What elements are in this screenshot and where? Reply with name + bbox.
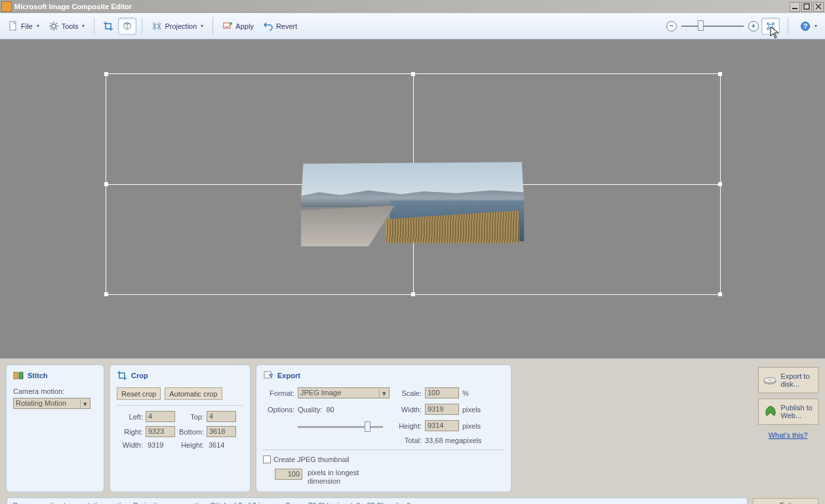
height-label: Height:	[178, 441, 204, 449]
export-panel: Export Format: JPEG Image▾ Scale: % Opti…	[256, 364, 512, 492]
thumbnail-checkbox[interactable]: Create JPEG thumbnail	[263, 456, 504, 463]
separator	[142, 18, 142, 35]
whats-this-link[interactable]: What's this?	[769, 431, 808, 439]
crop-width-value: 9319	[146, 441, 175, 449]
svg-rect-4	[10, 22, 16, 30]
export-height-label: Height:	[393, 422, 422, 430]
help-menu[interactable]: ? ▾	[796, 18, 821, 34]
thumbnail-hint: pixels in longest dimension	[308, 469, 363, 486]
crop-icon	[117, 370, 127, 381]
camera-motion-select[interactable]: Rotating Motion ▾	[13, 398, 91, 409]
cube-icon	[122, 21, 132, 31]
window-title: Microsoft Image Composite Editor	[14, 3, 790, 10]
svg-rect-20	[19, 372, 23, 379]
checkbox-icon	[263, 456, 271, 463]
close-button[interactable]	[813, 2, 824, 12]
crop-handle[interactable]	[411, 292, 415, 296]
chevron-down-icon: ▾	[37, 23, 39, 29]
stitch-icon	[13, 370, 24, 381]
help-icon: ?	[800, 21, 811, 31]
crop-tool-button[interactable]	[100, 18, 117, 34]
maximize-button[interactable]	[801, 2, 812, 12]
quality-thumb[interactable]	[365, 421, 371, 432]
zoom-slider[interactable]: − +	[666, 21, 759, 31]
total-label: Total:	[393, 436, 422, 444]
crop-left-input[interactable]	[146, 411, 175, 422]
svg-line-13	[56, 23, 57, 24]
crop-handle[interactable]	[718, 72, 722, 76]
svg-text:?: ?	[803, 22, 808, 30]
svg-line-10	[50, 23, 52, 24]
export-title: Export	[277, 372, 300, 379]
gear-icon	[49, 21, 59, 31]
svg-line-12	[50, 28, 52, 29]
export-to-disk-button[interactable]: Export to disk...	[758, 367, 818, 393]
orientation-tool-button[interactable]	[118, 18, 136, 35]
top-label: Top:	[178, 413, 204, 421]
camera-motion-label: Camera motion:	[13, 387, 64, 395]
zoom-out-button[interactable]: −	[666, 21, 677, 31]
apply-button[interactable]: Apply	[218, 18, 258, 34]
title-bar: Microsoft Image Composite Editor	[0, 0, 825, 13]
revert-label: Revert	[276, 22, 297, 30]
preview-canvas[interactable]	[0, 39, 825, 359]
projection-icon	[151, 21, 162, 31]
export-disk-label: Export to disk...	[781, 372, 810, 388]
export-icon	[263, 370, 273, 381]
crop-handle[interactable]	[104, 292, 108, 296]
reset-crop-button[interactable]: Reset crop	[117, 387, 161, 400]
export-height-input[interactable]	[425, 420, 459, 431]
separator	[212, 18, 213, 35]
height-unit: pixels	[462, 422, 495, 430]
crop-handle[interactable]	[104, 182, 108, 186]
thumbnail-size-input[interactable]	[275, 469, 302, 480]
file-menu[interactable]: File▾	[4, 18, 43, 34]
svg-line-11	[56, 28, 57, 29]
fit-screen-icon	[765, 21, 776, 31]
crop-icon	[103, 21, 113, 31]
tools-menu[interactable]: Tools▾	[45, 18, 89, 34]
separator	[788, 18, 788, 35]
revert-button[interactable]: Revert	[259, 18, 301, 34]
projection-label: Projection	[165, 22, 197, 30]
quality-slider[interactable]	[298, 426, 383, 428]
exit-button[interactable]: Exit	[753, 498, 818, 504]
crop-handle[interactable]	[411, 72, 415, 76]
crop-panel: Crop Reset crop Automatic crop Left: Top…	[110, 364, 251, 492]
thumbnail-label: Create JPEG thumbnail	[273, 456, 350, 463]
publish-to-web-button[interactable]: Publish to Web...	[758, 398, 818, 425]
tools-label: Tools	[62, 22, 79, 30]
crop-bottom-input[interactable]	[207, 426, 236, 437]
scale-label: Scale:	[393, 389, 422, 397]
crop-top-input[interactable]	[207, 411, 236, 422]
crop-height-value: 3614	[207, 441, 236, 449]
zoom-thumb[interactable]	[698, 20, 704, 31]
panorama-image	[301, 161, 524, 246]
zoom-in-button[interactable]: +	[748, 21, 759, 31]
leaf-icon	[763, 404, 777, 419]
apply-label: Apply	[235, 22, 254, 30]
chevron-down-icon: ▾	[201, 23, 203, 29]
crop-title: Crop	[131, 372, 148, 379]
svg-rect-1	[804, 4, 809, 9]
export-width-input[interactable]	[425, 404, 459, 415]
automatic-crop-button[interactable]: Automatic crop	[165, 387, 222, 400]
scale-unit: %	[462, 389, 495, 397]
crop-handle[interactable]	[718, 182, 722, 186]
format-select[interactable]: JPEG Image▾	[298, 387, 390, 398]
crop-handle[interactable]	[718, 292, 722, 296]
side-actions: Export to disk... Publish to Web... What…	[757, 364, 819, 439]
apply-icon	[222, 21, 233, 31]
crop-right-input[interactable]	[146, 426, 175, 437]
fit-to-screen-button[interactable]	[761, 18, 780, 35]
scale-input[interactable]	[425, 387, 459, 398]
zoom-track[interactable]	[681, 26, 744, 27]
width-unit: pixels	[462, 406, 495, 414]
svg-rect-19	[14, 372, 18, 379]
minimize-button[interactable]	[790, 2, 800, 12]
crop-handle[interactable]	[104, 72, 108, 76]
status-bar: Camera motion type: rotating motion. Pro…	[0, 495, 825, 504]
projection-menu[interactable]: Projection▾	[148, 18, 207, 34]
file-label: File	[21, 22, 33, 30]
quality-value: 80	[326, 406, 334, 414]
